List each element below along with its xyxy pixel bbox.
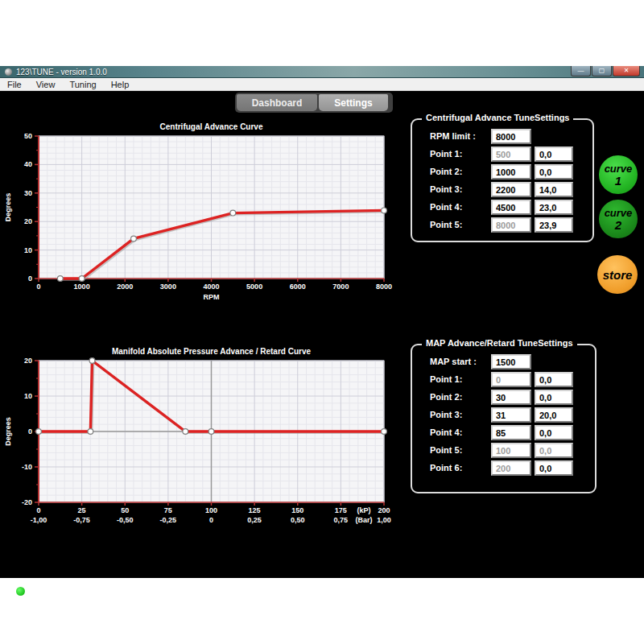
minimize-icon[interactable]: — xyxy=(571,66,591,76)
menu-file[interactable]: File xyxy=(0,80,29,89)
field-label: Point 3: xyxy=(430,410,462,419)
settings-row: Point 1: xyxy=(412,146,592,163)
svg-text:0: 0 xyxy=(28,275,32,283)
point-value-field[interactable] xyxy=(535,164,573,180)
svg-text:100: 100 xyxy=(205,506,217,514)
field-label: Point 4: xyxy=(430,202,462,212)
point-x-field[interactable] xyxy=(491,425,531,440)
svg-text:Degrees: Degrees xyxy=(4,193,12,222)
point-value-field[interactable] xyxy=(535,390,573,405)
svg-text:25: 25 xyxy=(78,506,86,514)
svg-text:5000: 5000 xyxy=(246,283,262,291)
settings-row: Point 3: xyxy=(412,181,592,199)
curve-point[interactable] xyxy=(208,429,214,435)
store-button[interactable]: store xyxy=(597,255,638,294)
svg-text:4000: 4000 xyxy=(203,283,219,291)
svg-text:40: 40 xyxy=(24,160,32,168)
svg-text:30: 30 xyxy=(24,189,32,197)
svg-text:175: 175 xyxy=(335,506,347,514)
map-tunesettings-panel: MAP Advance/Retard TuneSettings MAP star… xyxy=(411,344,597,493)
field-label: Point 3: xyxy=(430,184,462,194)
field-label: Point 4: xyxy=(430,427,462,437)
app-icon xyxy=(5,68,12,76)
point-value-field[interactable] xyxy=(535,217,573,233)
point-value-field[interactable] xyxy=(535,425,573,440)
point-value-field[interactable] xyxy=(535,147,573,162)
field-label: Point 1: xyxy=(430,374,462,384)
button-label: 1 xyxy=(615,175,621,187)
curve-point[interactable] xyxy=(131,236,137,242)
panel-rows: RPM limit :Point 1:Point 2:Point 3:Point… xyxy=(412,128,592,234)
close-icon[interactable]: ✕ xyxy=(613,66,640,76)
menu-help[interactable]: Help xyxy=(104,80,137,89)
svg-text:20: 20 xyxy=(24,217,32,225)
tab-strip: Dashboard Settings xyxy=(235,93,393,113)
svg-text:RPM: RPM xyxy=(204,293,220,301)
point-x-field[interactable] xyxy=(491,354,531,369)
point-value-field[interactable] xyxy=(535,200,573,215)
point-value-field[interactable] xyxy=(535,372,573,387)
curve-point[interactable] xyxy=(57,276,63,282)
point-x-field[interactable] xyxy=(491,164,531,180)
tab-settings[interactable]: Settings xyxy=(319,94,388,111)
svg-text:Degrees: Degrees xyxy=(4,417,12,446)
field-label: Point 2: xyxy=(430,392,462,402)
svg-text:0,25: 0,25 xyxy=(247,516,262,524)
tab-dashboard[interactable]: Dashboard xyxy=(237,94,317,111)
settings-row: Point 3: xyxy=(412,407,595,424)
point-value-field[interactable] xyxy=(535,407,573,423)
curve-point[interactable] xyxy=(183,429,188,435)
point-value-field xyxy=(535,443,573,458)
menu-bar: File View Tuning Help xyxy=(0,78,644,91)
curve-point[interactable] xyxy=(382,429,387,435)
field-label: MAP start : xyxy=(430,357,477,366)
status-message: Successfully read ignition timing 1 xyxy=(0,586,644,596)
svg-text:2000: 2000 xyxy=(117,283,133,291)
point-value-field[interactable] xyxy=(535,460,573,476)
curve-point[interactable] xyxy=(88,429,93,435)
svg-text:-0,50: -0,50 xyxy=(117,516,134,524)
settings-row: Point 5: xyxy=(412,217,592,234)
svg-text:-10: -10 xyxy=(22,463,32,471)
settings-row: MAP start : xyxy=(412,353,595,371)
point-x-field[interactable] xyxy=(491,200,531,215)
field-label: Point 1: xyxy=(430,149,462,159)
curve-point[interactable] xyxy=(79,276,85,282)
button-label: store xyxy=(603,269,633,281)
curve-1-button[interactable]: curve 1 xyxy=(599,155,638,194)
point-x-field xyxy=(491,460,531,476)
svg-text:-0,75: -0,75 xyxy=(73,516,90,524)
curve-point[interactable] xyxy=(230,210,236,216)
settings-row: Point 6: xyxy=(412,460,595,477)
button-label: 2 xyxy=(615,219,621,231)
field-label: Point 6: xyxy=(430,463,462,473)
window-title: 123\TUNE - version 1.0.0 xyxy=(16,68,107,76)
centrifugal-advance-chart: 0102030405001000200030004000500060007000… xyxy=(0,114,402,319)
point-x-field xyxy=(491,443,531,458)
settings-row: Point 4: xyxy=(412,424,595,442)
maximize-icon[interactable]: ▢ xyxy=(592,66,612,76)
menu-view[interactable]: View xyxy=(29,80,63,89)
menu-tuning[interactable]: Tuning xyxy=(62,80,103,89)
point-value-field[interactable] xyxy=(535,182,573,197)
point-x-field[interactable] xyxy=(491,129,531,144)
field-label: RPM limit : xyxy=(430,131,476,141)
point-x-field[interactable] xyxy=(491,407,531,423)
curve-point[interactable] xyxy=(36,429,42,435)
svg-text:8000: 8000 xyxy=(376,283,392,291)
curve-point[interactable] xyxy=(89,358,95,364)
svg-text:125: 125 xyxy=(249,506,261,514)
curve-point[interactable] xyxy=(382,208,387,213)
svg-text:0: 0 xyxy=(28,427,32,436)
point-x-field[interactable] xyxy=(491,182,531,197)
application-root: 123\TUNE - version 1.0.0 — ▢ ✕ File View… xyxy=(0,0,644,644)
svg-text:Centrifugal Advance Curve: Centrifugal Advance Curve xyxy=(160,122,263,131)
field-label: Point 5: xyxy=(430,220,462,229)
centrifugal-tunesettings-panel: Centrifugal Advance TuneSettings RPM lim… xyxy=(411,118,594,242)
point-x-field[interactable] xyxy=(491,390,531,405)
svg-text:7000: 7000 xyxy=(332,283,349,291)
field-label: Point 5: xyxy=(430,445,462,455)
curve-2-button[interactable]: curve 2 xyxy=(599,200,638,238)
svg-text:-1,00: -1,00 xyxy=(31,516,47,524)
map-advance-retard-chart: -20-10010200255075100125150175200-1,00-0… xyxy=(0,345,402,539)
